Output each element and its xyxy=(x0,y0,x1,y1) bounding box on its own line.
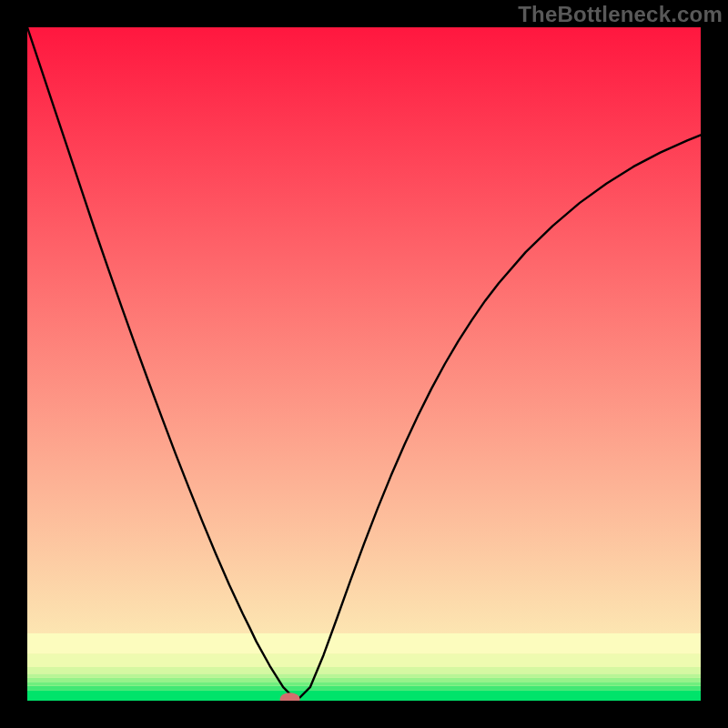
chart-frame: TheBottleneck.com xyxy=(0,0,728,728)
curve-canvas xyxy=(27,27,701,701)
watermark-label: TheBottleneck.com xyxy=(518,2,723,27)
plot-area xyxy=(27,27,701,701)
